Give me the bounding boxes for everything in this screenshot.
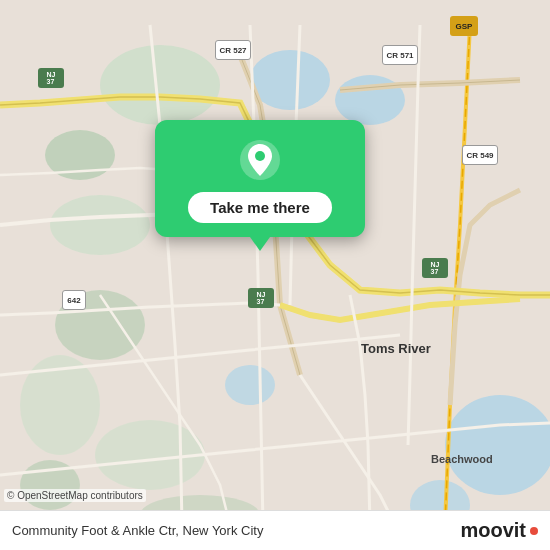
map-container: NJ37 NJ37 NJ37 CR 527 CR 571 CR 549 GSP …	[0, 0, 550, 550]
moovit-dot-icon	[530, 527, 538, 535]
svg-point-4	[50, 195, 150, 255]
location-pin-icon	[238, 138, 282, 182]
svg-point-7	[225, 365, 275, 405]
cr549-badge: CR 549	[462, 145, 498, 165]
svg-point-8	[445, 395, 550, 495]
location-title: Community Foot & Ankle Ctr, New York Cit…	[12, 523, 263, 538]
bottom-bar: Community Foot & Ankle Ctr, New York Cit…	[0, 510, 550, 550]
nj37-badge-topleft: NJ37	[38, 68, 64, 88]
location-info: Community Foot & Ankle Ctr, New York Cit…	[12, 523, 263, 538]
nj37-badge-center: NJ37	[248, 288, 274, 308]
toms-river-label: Toms River	[358, 340, 434, 357]
take-me-there-button[interactable]: Take me there	[188, 192, 332, 223]
cr527-badge: CR 527	[215, 40, 251, 60]
moovit-brand-text: moovit	[460, 519, 526, 542]
osm-attribution: © OpenStreetMap contributors	[4, 489, 146, 502]
moovit-logo: moovit	[460, 519, 538, 542]
gsp-badge: GSP	[450, 16, 478, 36]
location-popup: Take me there	[155, 120, 365, 237]
svg-point-17	[255, 151, 265, 161]
cr571-badge: CR 571	[382, 45, 418, 65]
beachwood-label: Beachwood	[428, 452, 496, 466]
nj37-badge-right: NJ37	[422, 258, 448, 278]
route642-badge: 642	[62, 290, 86, 310]
svg-point-2	[250, 50, 330, 110]
